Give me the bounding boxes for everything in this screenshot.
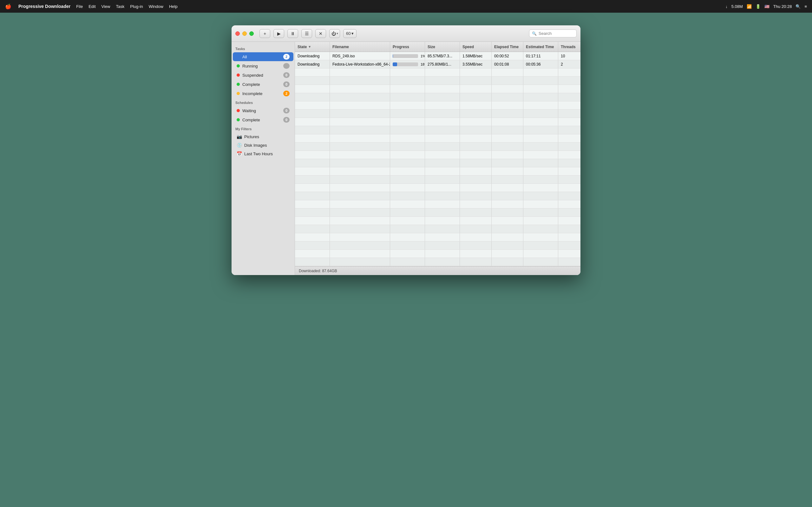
empty-cell — [425, 258, 460, 266]
menu-task[interactable]: Task — [116, 4, 124, 9]
empty-cell — [425, 134, 460, 142]
waiting-badge: 0 — [283, 108, 290, 113]
search-box[interactable]: 🔍 — [529, 30, 577, 38]
empty-cell — [523, 118, 558, 126]
sidebar-item-incomplete[interactable]: Incomplete 2 — [233, 89, 293, 98]
empty-cell — [460, 134, 492, 142]
empty-cell — [558, 101, 580, 109]
empty-cell — [295, 101, 330, 109]
empty-cell — [390, 258, 425, 266]
empty-cell — [523, 184, 558, 192]
col-header-elapsed[interactable]: Elapsed Time — [492, 42, 523, 52]
empty-table-row — [295, 77, 580, 85]
speed-button[interactable]: 60 ▾ — [343, 29, 357, 38]
sidebar-item-running-label: Running — [242, 64, 281, 68]
col-header-state[interactable]: State ▼ — [295, 42, 330, 52]
menu-view[interactable]: View — [101, 4, 110, 9]
search-input[interactable] — [539, 31, 574, 36]
sidebar-item-pictures[interactable]: 📷 Pictures — [233, 132, 293, 141]
empty-cell — [460, 250, 492, 258]
play-button[interactable]: ▶ — [273, 29, 284, 38]
search-menubar-icon[interactable]: 🔍 — [796, 4, 801, 9]
sidebar-item-complete-tasks[interactable]: Complete 0 — [233, 80, 293, 89]
menu-plugin[interactable]: Plug-in — [130, 4, 143, 9]
empty-table-row — [295, 110, 580, 118]
add-button[interactable]: + — [259, 29, 270, 38]
empty-cell — [390, 118, 425, 126]
empty-cell — [492, 159, 523, 167]
empty-table-row — [295, 143, 580, 151]
menu-window[interactable]: Window — [149, 4, 163, 9]
menu-file[interactable]: File — [76, 4, 83, 9]
empty-cell — [330, 85, 390, 93]
col-header-filename[interactable]: Filename — [330, 42, 390, 52]
empty-cell — [390, 159, 425, 167]
power-chevron-icon: ▾ — [337, 32, 338, 35]
row1-filename: RDS_249.iso — [330, 52, 390, 60]
menu-help[interactable]: Help — [169, 4, 177, 9]
empty-cell — [523, 192, 558, 200]
complete-tasks-badge: 0 — [283, 81, 290, 87]
table-row[interactable]: Downloading Fedora-Live-Workstation-x86_… — [295, 60, 580, 68]
empty-cell — [558, 258, 580, 266]
empty-cell — [492, 241, 523, 249]
empty-cell — [390, 209, 425, 216]
empty-cell — [492, 118, 523, 126]
empty-cell — [492, 250, 523, 258]
empty-cell — [330, 258, 390, 266]
maximize-button[interactable] — [249, 32, 254, 36]
empty-cell — [460, 110, 492, 118]
pause-button[interactable]: ⏸ — [287, 29, 298, 38]
empty-cell — [295, 118, 330, 126]
empty-cell — [492, 143, 523, 151]
empty-cell — [330, 209, 390, 216]
col-header-speed[interactable]: Speed — [460, 42, 492, 52]
empty-cell — [425, 241, 460, 249]
minimize-button[interactable] — [242, 32, 247, 36]
apple-logo-icon[interactable]: 🍎 — [5, 3, 11, 9]
col-header-threads[interactable]: Threads — [558, 42, 580, 52]
empty-cell — [558, 93, 580, 101]
empty-cell — [523, 176, 558, 183]
empty-cell — [523, 93, 558, 101]
download-speed-icon: ↓ — [725, 4, 728, 9]
sidebar-item-waiting[interactable]: Waiting 0 — [233, 106, 293, 115]
sidebar-item-running[interactable]: Running — [233, 61, 293, 70]
sidebar-item-all[interactable]: All 2 — [233, 52, 293, 61]
col-header-size[interactable]: Size — [425, 42, 460, 52]
control-strip-icon[interactable]: ≡ — [804, 4, 807, 9]
power-button[interactable]: ⏻ ▾ — [329, 29, 340, 38]
sidebar-item-disk-images[interactable]: 💿 Disk Images — [233, 141, 293, 149]
col-header-progress[interactable]: Progress — [390, 42, 425, 52]
close-task-button[interactable]: ✕ — [315, 29, 326, 38]
menubar: 🍎 Progressive Downloader File Edit View … — [0, 0, 812, 13]
empty-cell — [558, 143, 580, 151]
menu-edit[interactable]: Edit — [89, 4, 96, 9]
list-button[interactable]: ☰ — [301, 29, 312, 38]
empty-cell — [523, 167, 558, 175]
empty-cell — [460, 225, 492, 233]
empty-cell — [523, 209, 558, 216]
empty-cell — [390, 110, 425, 118]
empty-cell — [558, 85, 580, 93]
sidebar-item-last-two-hours-label: Last Two Hours — [244, 152, 290, 156]
tasks-section-label: Tasks — [232, 44, 295, 52]
empty-cell — [460, 241, 492, 249]
suspended-badge: 0 — [283, 72, 290, 78]
empty-cell — [558, 77, 580, 84]
empty-cell — [295, 217, 330, 225]
disk-images-icon: 💿 — [237, 143, 242, 148]
sidebar-item-suspended[interactable]: Suspended 0 — [233, 71, 293, 79]
sidebar-item-last-two-hours[interactable]: 📅 Last Two Hours — [233, 150, 293, 158]
empty-cell — [558, 110, 580, 118]
empty-cell — [523, 85, 558, 93]
empty-cell — [295, 159, 330, 167]
table-row[interactable]: Downloading RDS_249.iso 1% 85.57MB/7.3..… — [295, 52, 580, 60]
close-button[interactable] — [235, 32, 240, 36]
empty-cell — [425, 118, 460, 126]
col-header-estimated[interactable]: Estimated Time — [523, 42, 558, 52]
empty-cell — [295, 77, 330, 84]
empty-cell — [390, 85, 425, 93]
sidebar-item-complete-sched[interactable]: Complete 0 — [233, 115, 293, 124]
empty-cell — [492, 151, 523, 159]
